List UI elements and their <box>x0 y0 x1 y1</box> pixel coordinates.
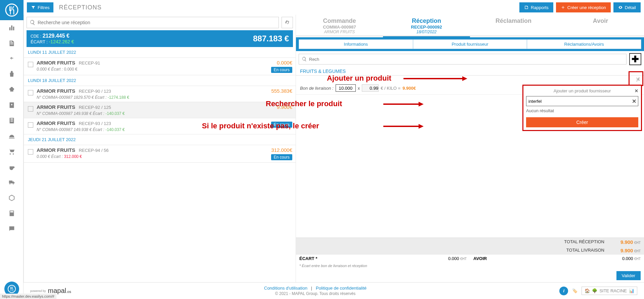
popup-search-input[interactable] <box>526 96 638 106</box>
nav-chat-icon[interactable] <box>0 221 24 237</box>
status-badge: En cours <box>271 154 292 160</box>
nav-coffee-icon[interactable] <box>0 159 24 175</box>
popup-create-button[interactable]: Créer <box>526 117 638 127</box>
row-right: En cours <box>271 120 292 128</box>
date-header: JEUDI 21 JUILLET 2022 <box>24 134 296 145</box>
search-icon <box>30 19 36 26</box>
product-category[interactable]: FRUITS & LEGUMES <box>296 67 644 76</box>
nav-chef-icon[interactable] <box>0 82 24 97</box>
powered-label: powered by <box>30 289 46 293</box>
tab-avoir[interactable]: Avoir <box>557 15 644 36</box>
reception-row[interactable]: ARMOR FRUITS RECEP-93 / 123 N° COMMA-000… <box>24 118 296 134</box>
terms-link[interactable]: Conditions d'utilisation <box>264 286 307 291</box>
site-racine-button[interactable]: 🏠 🌳 SITE RACINE 📊 <box>582 287 637 295</box>
refresh-button[interactable] <box>282 17 293 28</box>
popup-clear-button[interactable]: ✕ <box>632 98 636 104</box>
info-button[interactable]: i <box>559 287 568 295</box>
nav-cart-icon[interactable] <box>0 144 24 159</box>
search-input[interactable] <box>38 20 276 25</box>
subtab-informations[interactable]: Informations <box>299 39 413 49</box>
popup-close-button[interactable]: ✕ <box>635 88 638 93</box>
reception-row[interactable]: ARMOR FRUITS RECEP-94 / 56 0.000 € Écart… <box>24 145 296 163</box>
row-info: ARMOR FRUITS RECEP-94 / 56 0.000 € Écart… <box>37 147 271 159</box>
popup-title: Ajouter un produit fournisseur <box>554 88 611 93</box>
nav-list-icon[interactable] <box>0 113 24 128</box>
reception-row[interactable]: ARMOR FRUITS RECEP-92 / 125 N° COMMA-000… <box>24 102 296 118</box>
row-ref: RECEP-91 <box>79 60 100 66</box>
brand-suffix: .os <box>66 290 71 294</box>
subtab-reclamations-avoirs[interactable]: Réclamations/Avoirs <box>527 39 641 49</box>
plus-icon: ✚ <box>632 54 639 65</box>
product-search-row: ✚ <box>296 51 644 67</box>
reception-row[interactable]: ARMOR FRUITS RECEP-90 / 123 N° COMMA-000… <box>24 86 296 102</box>
tab-avoir-label: Avoir <box>557 17 644 25</box>
tab-reclamation[interactable]: Réclamation <box>470 15 557 36</box>
nav-receipt-icon[interactable] <box>0 36 24 51</box>
delivery-price-input[interactable] <box>362 84 379 92</box>
summary-left: CDE : 2129.445 € ÉCART : -1242.262 € <box>31 33 74 44</box>
annotation-arrow-3 <box>383 123 424 130</box>
popup-input-wrap: ✕ <box>526 96 638 106</box>
fork-knife-small-icon <box>7 285 16 293</box>
delivery-unit: € / KILO = <box>381 86 400 91</box>
row-checkbox[interactable] <box>28 90 33 95</box>
row-right: 9.900€ <box>277 104 292 110</box>
nav-box-icon[interactable] <box>0 190 24 206</box>
detail-button[interactable]: Détail <box>613 2 641 12</box>
reports-button[interactable]: Rapports <box>519 2 553 12</box>
product-search-box[interactable] <box>299 54 627 65</box>
total-reception-value: 9.900 <box>620 239 633 245</box>
row-amount: 555.383€ <box>271 88 292 94</box>
create-reception-button[interactable]: Créer une réception <box>556 2 611 12</box>
nav-truck-icon[interactable] <box>0 175 24 190</box>
product-search-input[interactable] <box>309 57 624 62</box>
delivery-label: Bon de livraison : <box>300 86 334 91</box>
svg-marker-7 <box>419 124 424 129</box>
search-box[interactable] <box>27 17 279 28</box>
row-info: ARMOR FRUITS RECEP-91 0.000 € Écart : 0.… <box>37 60 271 72</box>
row-ref: RECEP-92 / 125 <box>79 105 111 110</box>
nav-building-icon[interactable] <box>0 20 24 36</box>
nav-heart-doc-icon[interactable] <box>0 97 24 113</box>
row-checkbox[interactable] <box>28 122 33 128</box>
detail-pane: Commande COMMA-000987 ARMOR FRUITS Récep… <box>296 15 644 282</box>
subtab-produit-fournisseur[interactable]: Produit fournisseur <box>413 39 527 49</box>
nav-handshake-icon[interactable] <box>0 51 24 67</box>
valider-button[interactable]: Valider <box>616 271 641 280</box>
eht3: €HT <box>460 257 467 261</box>
totals-footnote: * Écart entre bon de livraison et récept… <box>296 262 644 269</box>
delivery-qty-input[interactable] <box>336 84 356 92</box>
total-reception-row: TOTAL RÉCEPTION 9.900 €HT <box>296 238 644 246</box>
row-checkbox[interactable] <box>28 62 33 67</box>
brand-name: mapal <box>48 287 66 294</box>
nav-calc-icon[interactable] <box>0 206 24 221</box>
nav-cloche-icon[interactable] <box>0 128 24 144</box>
reports-label: Rapports <box>531 5 549 10</box>
app-logo[interactable] <box>0 0 24 20</box>
row-checkbox[interactable] <box>28 149 33 155</box>
add-product-button[interactable]: ✚ <box>629 53 641 65</box>
reception-list-pane: CDE : 2129.445 € ÉCART : -1242.262 € 887… <box>24 15 296 282</box>
row-supplier: ARMOR FRUITS <box>37 88 75 94</box>
ecart-value: 0.000 <box>448 256 459 261</box>
tag-icon[interactable]: 🏷️ <box>572 288 577 293</box>
avoir-label: AVOIR <box>473 256 487 261</box>
row-checkbox[interactable] <box>28 106 33 112</box>
nav-bag-icon[interactable] <box>0 67 24 82</box>
privacy-link[interactable]: Politique de confidentialité <box>316 286 367 291</box>
date-header: LUNDI 11 JUILLET 2022 <box>24 47 296 58</box>
date-header: LUNDI 18 JUILLET 2022 <box>24 75 296 86</box>
tab-commande[interactable]: Commande COMMA-000987 ARMOR FRUITS <box>296 15 383 36</box>
row-right: 0.000€ En cours <box>271 60 292 73</box>
reception-row[interactable]: ARMOR FRUITS RECEP-91 0.000 € Écart : 0.… <box>24 58 296 75</box>
row-amount: 0.000€ <box>271 60 292 66</box>
filtres-button[interactable]: Filtres <box>27 2 53 12</box>
totals: TOTAL RÉCEPTION 9.900 €HT TOTAL LIVRAISO… <box>296 238 644 282</box>
status-bar-url: https://master.dev.easilys.com/# <box>0 294 56 299</box>
row-ref: RECEP-94 / 56 <box>79 148 109 153</box>
tab-reception[interactable]: Réception RECEP-000092 18/07/2022 <box>383 15 470 36</box>
eye-icon <box>618 5 623 10</box>
fork-knife-icon <box>5 3 18 17</box>
cde-label: CDE : <box>31 34 41 39</box>
row-line2: N° COMMA-000987 149.938 € Écart : -140.0… <box>37 111 277 116</box>
